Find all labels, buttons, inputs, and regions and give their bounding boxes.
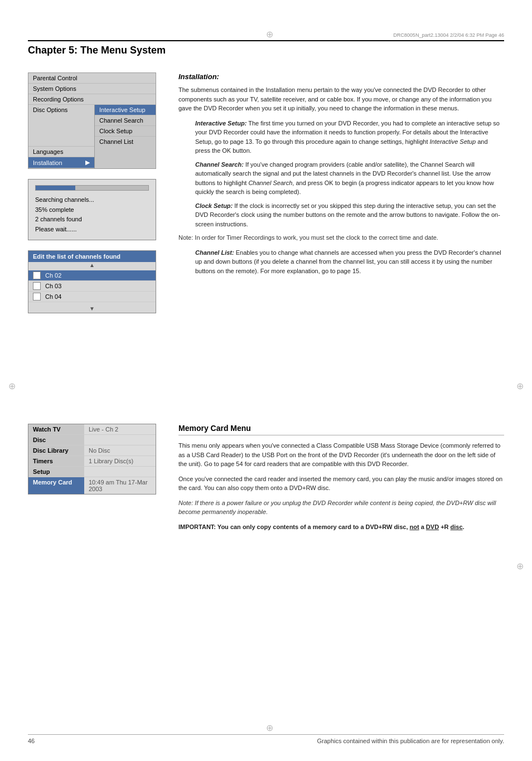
menu-item-languages[interactable]: Languages [28, 147, 94, 157]
term-interactive-setup: Interactive Setup: [195, 120, 246, 127]
reg-mark-left-mid: ⊕ [8, 381, 16, 391]
watchtv-value-disc-library: No Disc [84, 445, 156, 455]
row-setup: Setup [28, 467, 156, 477]
watchtv-label-disc[interactable]: Disc [28, 435, 84, 445]
installation-intro: The submenus contained in the Installati… [178, 85, 504, 113]
channel-checkbox-ch02[interactable]: ✓ [33, 272, 41, 279]
channel-list-header: Edit the list of channels found [28, 251, 156, 262]
right-column-top: Installation: The submenus contained in … [178, 72, 504, 280]
submenu-panel: Interactive Setup Channel Search Clock S… [94, 105, 156, 147]
chapter-title: Chapter 5: The Menu System [28, 45, 166, 56]
scroll-up-icon[interactable]: ▲ [28, 262, 156, 268]
channel-list-box: Edit the list of channels found ▲ ✓ Ch 0… [28, 250, 156, 313]
row-disc: Disc [28, 435, 156, 445]
entry-clock-setup-text: Clock Setup: If the clock is incorrectly… [195, 201, 504, 229]
term-channel-search: Channel Search: [195, 161, 244, 168]
reg-mark-right-mid: ⊕ [516, 381, 524, 391]
watchtv-value-memory: 10:49 am Thu 17-Mar 2003 [84, 477, 156, 494]
scroll-down-icon[interactable]: ▼ [28, 304, 156, 313]
progress-percent: 35% complete [35, 205, 149, 215]
disc-options-row: Disc Options Interactive Setup Channel S… [28, 105, 156, 147]
submenu-interactive-setup[interactable]: Interactive Setup [95, 105, 156, 115]
row-watch-tv: Watch TV Live - Ch 2 [28, 424, 156, 435]
progress-channels-found: 2 channels found [35, 215, 149, 225]
footer-page-number: 46 [28, 738, 35, 744]
reg-mark-right-bottom: ⊕ [516, 561, 524, 571]
installation-section-title: Installation: [178, 72, 504, 81]
progress-wait: Please wait...... [35, 225, 149, 235]
installation-menu: Parental Control System Options Recordin… [28, 72, 156, 169]
submenu-channel-list[interactable]: Channel List [95, 137, 156, 147]
submenu-clock-setup[interactable]: Clock Setup [95, 126, 156, 137]
entry-interactive-setup-text: Interactive Setup: The first time you tu… [195, 119, 504, 156]
timer-note: Note: In order for Timer Recordings to w… [178, 233, 504, 243]
progress-box: Searching channels... 35% complete 2 cha… [28, 179, 156, 240]
installation-row: Installation ▶ [28, 157, 156, 168]
channel-row-ch02[interactable]: ✓ Ch 02 [28, 270, 156, 281]
entry-clock-setup: Clock Setup: If the clock is incorrectly… [195, 201, 504, 229]
watchtv-menu: Watch TV Live - Ch 2 Disc Disc Library N… [28, 424, 156, 495]
channel-row-ch04[interactable]: Ch 04 [28, 292, 156, 302]
entry-channel-list-text: Channel List: Enables you to change what… [195, 248, 504, 276]
entry-interactive-setup: Interactive Setup: The first time you tu… [195, 119, 504, 156]
bottom-left-column: Watch TV Live - Ch 2 Disc Disc Library N… [28, 424, 156, 495]
memory-card-note: Note: If there is a power failure or you… [178, 498, 504, 517]
entry-channel-search: Channel Search: If you've changed progra… [195, 160, 504, 197]
memory-card-para2: Once you've connected the card reader an… [178, 474, 504, 493]
menu-item-system[interactable]: System Options [28, 84, 156, 94]
memory-card-para1: This menu only appears when you've conne… [178, 441, 504, 469]
menu-item-recording[interactable]: Recording Options [28, 94, 156, 105]
channel-list: ✓ Ch 02 Ch 03 Ch 04 [28, 268, 156, 304]
channel-label-ch02: Ch 02 [45, 272, 61, 279]
channel-label-ch04: Ch 04 [45, 293, 61, 300]
row-memory-card: Memory Card 10:49 am Thu 17-Mar 2003 [28, 477, 156, 494]
watchtv-label-disc-library[interactable]: Disc Library [28, 445, 84, 455]
memory-card-important: IMPORTANT: You can only copy contents of… [178, 522, 504, 532]
menu-item-parental[interactable]: Parental Control [28, 73, 156, 84]
row-disc-library: Disc Library No Disc [28, 445, 156, 456]
channel-row-ch03[interactable]: Ch 03 [28, 281, 156, 292]
watchtv-value-disc [84, 435, 156, 445]
watchtv-label-setup[interactable]: Setup [28, 467, 84, 477]
term-channel-list: Channel List: [195, 249, 234, 256]
menu-item-disc[interactable]: Disc Options [28, 105, 94, 147]
entry-channel-search-text: Channel Search: If you've changed progra… [195, 160, 504, 197]
watchtv-label-watch[interactable]: Watch TV [28, 424, 84, 434]
row-timers: Timers 1 Library Disc(s) [28, 456, 156, 467]
watchtv-value-setup [84, 467, 156, 477]
languages-row: Languages [28, 147, 156, 157]
right-column-bottom: Memory Card Menu This menu only appears … [178, 424, 504, 531]
watchtv-value-watch: Live - Ch 2 [84, 424, 156, 434]
progress-label: Searching channels... [35, 195, 149, 205]
left-column-top: Parental Control System Options Recordin… [28, 72, 156, 323]
progress-bar-inner [36, 186, 75, 190]
progress-bar-outer [35, 185, 149, 191]
channel-label-ch03: Ch 03 [45, 283, 61, 289]
reg-mark-top: ⊕ [266, 29, 273, 40]
progress-text: Searching channels... 35% complete 2 cha… [35, 195, 149, 234]
menu-item-installation[interactable]: Installation ▶ [28, 157, 94, 168]
chapter-header: Chapter 5: The Menu System [28, 40, 504, 56]
channel-checkbox-ch04[interactable] [33, 293, 41, 300]
page-footer: 46 Graphics contained within this public… [28, 734, 504, 744]
entry-channel-list: Channel List: Enables you to change what… [195, 248, 504, 276]
watchtv-label-memory[interactable]: Memory Card [28, 477, 84, 494]
watchtv-label-timers[interactable]: Timers [28, 456, 84, 466]
reg-mark-bottom: ⊕ [266, 723, 273, 733]
memory-card-heading: Memory Card Menu [178, 424, 504, 435]
watchtv-value-timers: 1 Library Disc(s) [84, 456, 156, 466]
submenu-channel-search[interactable]: Channel Search [95, 115, 156, 126]
channel-checkbox-ch03[interactable] [33, 282, 41, 290]
footer-note: Graphics contained within this publicati… [317, 738, 504, 744]
term-clock-setup: Clock Setup: [195, 202, 233, 209]
